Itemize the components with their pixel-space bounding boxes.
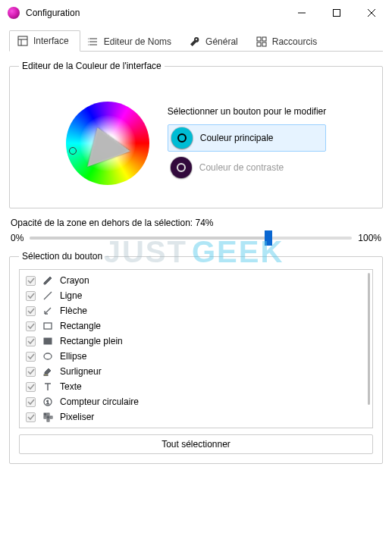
- svg-rect-17: [44, 338, 52, 344]
- button-selection-group: Sélection du bouton Crayon Ligne Flèche: [9, 251, 383, 464]
- item-label: Ligne: [60, 290, 82, 301]
- svg-point-8: [88, 42, 89, 42]
- grid-icon: [256, 36, 267, 47]
- svg-rect-11: [262, 37, 266, 41]
- tab-label: Interface: [33, 36, 69, 46]
- opacity-block: Opacité de la zone en dehors de la sélec…: [11, 218, 381, 243]
- checkbox[interactable]: [26, 412, 36, 422]
- svg-rect-0: [334, 9, 340, 16]
- svg-rect-19: [44, 374, 48, 376]
- app-icon: [8, 7, 20, 19]
- client-area: Interface Editeur de Noms Général Raccou…: [0, 26, 392, 482]
- text-icon: [42, 381, 54, 393]
- pixelate-icon: [42, 411, 54, 423]
- close-button[interactable]: [354, 2, 389, 24]
- list-item[interactable]: Rectangle plein: [21, 334, 371, 349]
- color-editor-group: Editeur de la Couleur de l'interface Sél…: [9, 61, 383, 208]
- svg-rect-24: [44, 416, 46, 418]
- ellipse-icon: [42, 350, 54, 362]
- list-item[interactable]: Pixeliser: [21, 409, 371, 425]
- svg-rect-1: [18, 36, 27, 45]
- button-selection-legend: Sélection du bouton: [19, 251, 105, 262]
- color-editor-body: Sélectionner un bouton pour le modifier …: [19, 79, 373, 199]
- svg-rect-22: [44, 413, 46, 415]
- svg-point-18: [44, 353, 52, 359]
- color-editor-legend: Editeur de la Couleur de l'interface: [19, 61, 165, 71]
- svg-rect-23: [47, 413, 49, 415]
- svg-rect-13: [262, 42, 266, 46]
- rectangle-icon: [42, 320, 54, 332]
- svg-rect-16: [44, 323, 52, 329]
- list-item[interactable]: Crayon: [21, 273, 371, 288]
- svg-rect-10: [257, 37, 261, 41]
- checkbox[interactable]: [26, 382, 36, 392]
- checkbox[interactable]: [26, 397, 36, 407]
- color-contrast-option[interactable]: Couleur de contraste: [168, 155, 326, 180]
- item-label: Ellipse: [60, 351, 86, 362]
- svg-point-7: [88, 39, 89, 39]
- maximize-button[interactable]: [319, 2, 354, 24]
- checkbox[interactable]: [26, 352, 36, 362]
- list-item[interactable]: Surligneur: [21, 364, 371, 379]
- opacity-thumb[interactable]: [265, 230, 272, 246]
- tab-strip: Interface Editeur de Noms Général Raccou…: [9, 29, 383, 52]
- tab-label: Général: [205, 36, 238, 47]
- minimize-button[interactable]: [284, 2, 319, 24]
- color-wheel[interactable]: [66, 102, 149, 185]
- checkbox[interactable]: [26, 291, 36, 301]
- counter-icon: 1: [42, 396, 54, 408]
- title-bar: Configuration: [0, 0, 392, 26]
- item-label: Surligneur: [60, 366, 102, 377]
- select-all-button[interactable]: Tout sélectionner: [19, 434, 373, 454]
- line-icon: [42, 290, 54, 302]
- list-item[interactable]: Ellipse: [21, 349, 371, 364]
- arrow-icon: [42, 305, 54, 317]
- item-label: Rectangle plein: [60, 336, 123, 346]
- item-label: Texte: [60, 381, 82, 392]
- svg-point-9: [88, 45, 89, 45]
- checkbox[interactable]: [26, 337, 36, 346]
- item-label: Compteur circulaire: [60, 396, 139, 407]
- list-item[interactable]: Ligne: [21, 288, 371, 303]
- button-list[interactable]: Crayon Ligne Flèche Rectangle Rectan: [19, 269, 373, 428]
- window-controls: [284, 2, 389, 24]
- item-label: Pixeliser: [60, 412, 94, 422]
- list-item[interactable]: Texte: [21, 379, 371, 394]
- interface-icon: [17, 36, 28, 46]
- list-item[interactable]: 1 Compteur circulaire: [21, 394, 371, 409]
- pencil-icon: [42, 274, 54, 287]
- tab-interface[interactable]: Interface: [9, 30, 80, 52]
- svg-line-14: [44, 292, 52, 299]
- item-label: Crayon: [60, 275, 89, 286]
- window-title: Configuration: [26, 8, 284, 18]
- rectangle-filled-icon: [42, 335, 54, 347]
- contrast-label: Couleur de contraste: [199, 162, 284, 173]
- opacity-slider[interactable]: [30, 237, 352, 240]
- color-hint: Sélectionner un bouton pour le modifier: [168, 106, 326, 117]
- checkbox[interactable]: [26, 321, 36, 331]
- tab-name-editor[interactable]: Editeur de Noms: [80, 32, 182, 52]
- svg-rect-12: [257, 42, 261, 46]
- opacity-max: 100%: [358, 233, 381, 243]
- checkbox[interactable]: [26, 306, 36, 316]
- svg-rect-25: [47, 416, 49, 418]
- opacity-label: Opacité de la zone en dehors de la sélec…: [11, 218, 381, 228]
- list-item[interactable]: Rectangle: [21, 318, 371, 334]
- svg-rect-26: [50, 416, 52, 418]
- tab-shortcuts[interactable]: Raccourcis: [249, 32, 328, 52]
- opacity-min: 0%: [11, 233, 24, 243]
- color-options: Sélectionner un bouton pour le modifier …: [168, 106, 326, 180]
- color-primary-option[interactable]: Couleur principale: [168, 124, 326, 152]
- tab-label: Raccourcis: [272, 36, 317, 47]
- list-item[interactable]: Flèche: [21, 303, 371, 318]
- wrench-icon: [190, 36, 200, 47]
- checkbox[interactable]: [26, 276, 36, 286]
- tab-label: Editeur de Noms: [104, 36, 171, 47]
- svg-line-15: [45, 308, 51, 314]
- tab-general[interactable]: Général: [182, 32, 249, 52]
- highlighter-icon: [42, 365, 54, 378]
- opacity-slider-row: 0% 100%: [11, 233, 381, 243]
- checkbox[interactable]: [26, 367, 36, 377]
- svg-rect-27: [47, 419, 49, 421]
- contrast-swatch: [171, 157, 192, 178]
